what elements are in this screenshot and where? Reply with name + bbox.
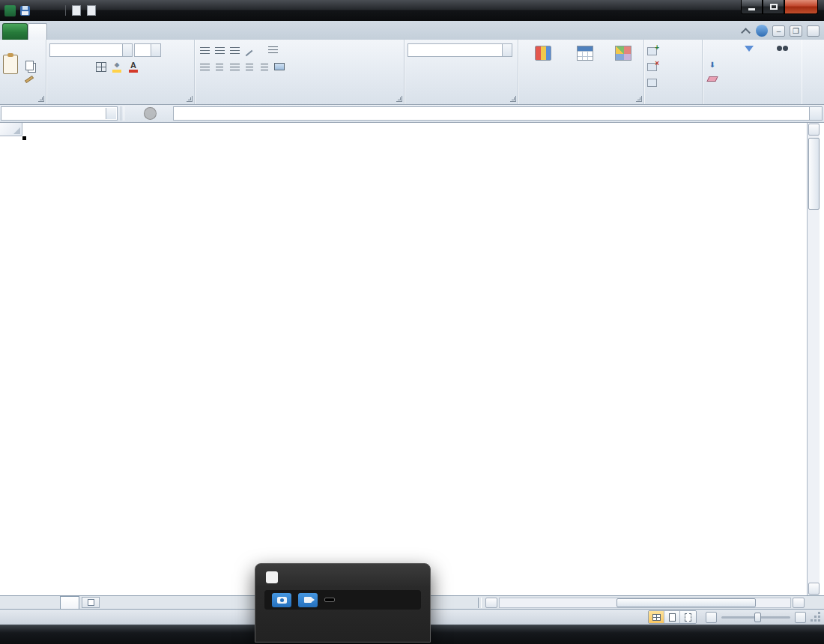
save-button[interactable] xyxy=(19,4,31,17)
wrap-text-button[interactable] xyxy=(268,43,280,57)
last-sheet-button[interactable] xyxy=(44,598,57,608)
print-preview-icon[interactable] xyxy=(85,4,97,17)
tab-formulas[interactable] xyxy=(83,23,101,40)
align-right-button[interactable] xyxy=(228,60,241,73)
align-bottom-button[interactable] xyxy=(228,43,241,57)
percent-style-button[interactable] xyxy=(422,60,436,73)
select-all-corner[interactable] xyxy=(0,123,22,136)
vertical-scrollbar[interactable] xyxy=(807,123,820,595)
font-name-combo[interactable] xyxy=(49,43,133,57)
orientation-button[interactable] xyxy=(243,43,256,57)
tab-scrollbar-splitter[interactable] xyxy=(478,598,482,608)
previous-sheet-button[interactable] xyxy=(16,598,28,608)
increase-indent-button[interactable] xyxy=(258,60,271,73)
underline-button[interactable] xyxy=(79,60,93,73)
excel-app-icon[interactable] xyxy=(4,4,16,17)
font-color-button[interactable]: A xyxy=(126,60,141,73)
zoom-slider[interactable] xyxy=(721,616,790,619)
tab-home[interactable] xyxy=(28,23,47,40)
format-painter-button[interactable] xyxy=(22,73,36,86)
qat-customize-button[interactable] xyxy=(100,4,112,17)
scroll-left-icon[interactable] xyxy=(485,598,497,608)
snagit-record-button[interactable] xyxy=(298,593,318,607)
horizontal-scroll-thumb[interactable] xyxy=(617,598,756,607)
help-icon[interactable] xyxy=(756,25,768,37)
decrease-decimal-button[interactable] xyxy=(467,60,481,73)
next-sheet-button[interactable] xyxy=(30,598,43,608)
fill-color-button[interactable]: ◆ xyxy=(109,60,124,73)
workbook-restore-button[interactable]: ❐ xyxy=(790,25,802,37)
font-dialog-launcher[interactable] xyxy=(187,96,193,102)
insert-cells-button[interactable] xyxy=(647,44,661,58)
autosum-button[interactable] xyxy=(706,43,719,57)
clipboard-dialog-launcher[interactable] xyxy=(38,96,44,102)
font-name-dropdown-icon[interactable] xyxy=(122,44,132,56)
formula-input[interactable] xyxy=(173,106,809,121)
scroll-up-icon[interactable] xyxy=(808,124,820,136)
fill-button[interactable]: ⬇ xyxy=(706,58,719,71)
page-break-view-button[interactable] xyxy=(680,611,696,623)
expand-formula-bar-icon[interactable] xyxy=(809,106,823,121)
increase-decimal-button[interactable] xyxy=(452,60,466,73)
grow-font-button[interactable] xyxy=(163,43,176,57)
vertical-scroll-thumb[interactable] xyxy=(808,138,820,210)
font-size-combo[interactable] xyxy=(134,43,161,57)
maximize-button[interactable] xyxy=(763,0,784,14)
italic-button[interactable] xyxy=(64,60,78,73)
workbook-close-button[interactable] xyxy=(807,25,820,37)
workbook-minimize-button[interactable]: – xyxy=(772,25,785,37)
sheet-tab-report[interactable] xyxy=(60,596,79,609)
cut-button[interactable] xyxy=(22,44,36,58)
format-as-table-button[interactable] xyxy=(566,43,605,91)
page-layout-view-button[interactable] xyxy=(664,611,680,623)
alignment-dialog-launcher[interactable] xyxy=(396,96,402,102)
undo-button[interactable] xyxy=(34,4,46,17)
tab-page-layout[interactable] xyxy=(65,23,83,40)
font-size-dropdown-icon[interactable] xyxy=(151,44,160,56)
paste-button[interactable] xyxy=(3,55,18,76)
clear-button[interactable] xyxy=(706,72,719,85)
format-cells-button[interactable] xyxy=(647,76,661,89)
zoom-slider-thumb[interactable] xyxy=(754,613,761,622)
sort-filter-button[interactable] xyxy=(733,43,765,91)
align-center-button[interactable] xyxy=(213,60,226,73)
minimize-ribbon-icon[interactable] xyxy=(739,25,751,36)
accounting-format-button[interactable] xyxy=(408,60,421,73)
resize-grip[interactable] xyxy=(811,612,821,622)
insert-worksheet-button[interactable] xyxy=(82,597,100,608)
name-box-dropdown-icon[interactable] xyxy=(106,108,116,119)
borders-button[interactable] xyxy=(94,60,108,73)
tab-review[interactable] xyxy=(119,23,137,40)
redo-button[interactable] xyxy=(49,4,61,17)
cell-styles-button[interactable] xyxy=(606,43,640,91)
shrink-font-button[interactable] xyxy=(178,43,191,57)
tab-view[interactable] xyxy=(137,23,155,40)
number-dialog-launcher[interactable] xyxy=(510,96,516,102)
align-middle-button[interactable] xyxy=(213,43,226,57)
decrease-indent-button[interactable] xyxy=(243,60,256,73)
find-select-button[interactable] xyxy=(766,43,799,91)
scroll-down-icon[interactable] xyxy=(808,583,820,595)
copy-button[interactable] xyxy=(22,58,36,72)
minimize-button[interactable] xyxy=(741,0,763,14)
tab-file[interactable] xyxy=(2,23,28,40)
bold-button[interactable] xyxy=(49,60,63,73)
snagit-capture-button[interactable] xyxy=(272,593,291,607)
first-sheet-button[interactable] xyxy=(1,598,14,608)
number-format-dropdown-icon[interactable] xyxy=(502,44,512,56)
zoom-in-button[interactable] xyxy=(795,612,806,623)
delete-cells-button[interactable] xyxy=(647,60,661,73)
conditional-formatting-button[interactable] xyxy=(521,43,565,91)
zoom-out-button[interactable] xyxy=(706,612,717,623)
align-left-button[interactable] xyxy=(198,60,211,73)
tab-data[interactable] xyxy=(101,23,119,40)
styles-dialog-launcher[interactable] xyxy=(636,96,642,102)
scroll-right-icon[interactable] xyxy=(793,598,805,608)
number-format-combo[interactable] xyxy=(408,43,512,57)
normal-view-button[interactable] xyxy=(649,611,664,623)
document-icon[interactable] xyxy=(70,4,82,17)
horizontal-scrollbar[interactable] xyxy=(499,598,791,608)
align-top-button[interactable] xyxy=(198,43,211,57)
close-button[interactable] xyxy=(784,0,818,14)
name-box[interactable] xyxy=(1,106,118,121)
